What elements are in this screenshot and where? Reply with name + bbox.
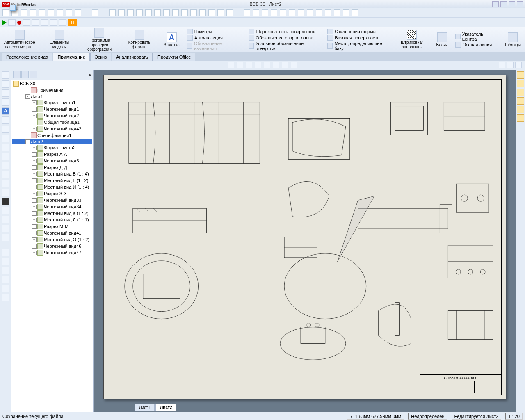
- select-icon[interactable]: [57, 9, 63, 16]
- view-icon[interactable]: [282, 62, 288, 68]
- tool-icon[interactable]: [334, 9, 340, 16]
- macro-tool-icon[interactable]: [32, 19, 39, 26]
- new-file-icon[interactable]: [2, 9, 9, 16]
- tool-icon[interactable]: [226, 9, 233, 16]
- taskpane-appearance-icon[interactable]: [517, 106, 524, 113]
- pan-icon[interactable]: [255, 62, 261, 68]
- tool-icon[interactable]: [289, 9, 295, 16]
- zoom-area-icon[interactable]: [237, 62, 243, 68]
- ribbon-model-items-button[interactable]: Элементы модели: [43, 29, 77, 50]
- tool-icon[interactable]: [2, 267, 9, 274]
- tool-icon[interactable]: [190, 9, 197, 16]
- tool-icon[interactable]: [2, 225, 9, 232]
- tab-примечание[interactable]: Примечание: [53, 53, 89, 61]
- macro-tool-icon[interactable]: [50, 19, 57, 26]
- ribbon-datum-target-button[interactable]: Место, определяющее базу: [327, 41, 389, 51]
- doc-close-icon[interactable]: [515, 62, 522, 68]
- tool-icon[interactable]: [163, 9, 170, 16]
- pause-macro-icon[interactable]: [8, 19, 16, 26]
- tree-item[interactable]: +Чертежный вид33: [12, 197, 92, 203]
- tree-item[interactable]: +Чертежный вид47: [12, 249, 92, 256]
- tree-item[interactable]: +Чертежный вид2: [12, 112, 92, 119]
- save-icon[interactable]: [21, 9, 27, 16]
- tt-button[interactable]: TT: [68, 19, 77, 26]
- tree-item[interactable]: +Чертежный вид5: [12, 158, 92, 164]
- ribbon-surface-finish-button[interactable]: Шероховатость поверхности: [249, 29, 322, 34]
- ribbon-centermark-button[interactable]: Указатель центра: [455, 32, 497, 41]
- tree-item[interactable]: +Разрез А-А: [12, 151, 92, 158]
- tree-item[interactable]: -Лист1: [12, 94, 92, 99]
- tree-item[interactable]: Общая таблица1: [12, 119, 92, 126]
- tool-icon[interactable]: [118, 9, 125, 16]
- close-button[interactable]: [517, 1, 523, 7]
- hatch-tool-icon[interactable]: [2, 198, 9, 205]
- tree-item[interactable]: +Чертежный вид41: [12, 230, 92, 236]
- tool-icon[interactable]: [181, 9, 188, 16]
- tree-item[interactable]: +Разрез Д-Д: [12, 164, 92, 171]
- tool-icon[interactable]: [208, 9, 215, 16]
- tool-icon[interactable]: [136, 9, 143, 16]
- options-icon[interactable]: [75, 9, 81, 16]
- record-macro-icon[interactable]: [17, 21, 21, 25]
- tool-icon[interactable]: [2, 153, 9, 160]
- tree-item[interactable]: +Разрез М-М: [12, 223, 92, 230]
- tree-item[interactable]: +Местный вид Г (1 : 2): [12, 177, 92, 184]
- ribbon-auto-dimension-button[interactable]: Автоматическое нанесение ра...: [2, 29, 37, 50]
- taskpane-custom-icon[interactable]: [517, 114, 524, 122]
- tree-item[interactable]: +Местный вид К (1 : 2): [12, 210, 92, 217]
- tool-icon[interactable]: [271, 9, 277, 16]
- view-icon[interactable]: [291, 62, 297, 68]
- ribbon-hatch-button[interactable]: Штриховка/заполнить: [395, 29, 429, 50]
- tree-item[interactable]: +Разрез З-З: [12, 190, 92, 197]
- play-macro-icon[interactable]: [2, 20, 7, 25]
- view-icon[interactable]: [273, 62, 279, 68]
- redo-icon[interactable]: [48, 9, 54, 16]
- tool-icon[interactable]: [172, 9, 179, 16]
- tree-item[interactable]: -Лист2: [12, 139, 92, 144]
- maximize-button[interactable]: [509, 1, 515, 7]
- minimize-button[interactable]: [500, 1, 507, 7]
- ribbon-centerline-button[interactable]: Осевая линия: [455, 42, 497, 48]
- tool-icon[interactable]: [244, 9, 250, 16]
- ribbon-blocks-button[interactable]: Блоки: [435, 32, 450, 48]
- tool-icon[interactable]: [262, 9, 268, 16]
- tree-item[interactable]: +Формат листа1: [12, 99, 92, 106]
- ribbon-note-button[interactable]: AЗаметка: [162, 32, 181, 48]
- tool-icon[interactable]: [325, 9, 331, 16]
- tab-анализировать[interactable]: Анализировать: [112, 53, 153, 61]
- tool-icon[interactable]: [280, 9, 286, 16]
- tool-icon[interactable]: [2, 249, 9, 256]
- text-tool-icon[interactable]: A: [2, 107, 9, 115]
- tool-icon[interactable]: [2, 144, 9, 151]
- ribbon-revision-button[interactable]: Обозначение изменения: [187, 41, 243, 51]
- tool-icon[interactable]: [352, 9, 358, 16]
- tool-icon[interactable]: [199, 9, 206, 16]
- ribbon-weld-symbol-button[interactable]: Обозначение сварного шва: [249, 35, 322, 41]
- tool-icon[interactable]: [2, 98, 9, 106]
- tool-icon[interactable]: [2, 116, 9, 124]
- drawing-canvas[interactable]: СПБК19.00.000.000 Лист1Лист2: [94, 70, 516, 412]
- tree-item[interactable]: Примечания: [12, 87, 92, 94]
- zoom-icon[interactable]: [246, 62, 252, 68]
- tool-icon[interactable]: [2, 171, 9, 178]
- tool-icon[interactable]: [2, 80, 9, 88]
- tool-icon[interactable]: [2, 234, 9, 241]
- tool-icon[interactable]: [343, 9, 349, 16]
- tool-icon[interactable]: [109, 9, 116, 16]
- tool-icon[interactable]: [298, 9, 304, 16]
- ribbon-datum-button[interactable]: Базовая поверхность: [327, 35, 389, 41]
- tool-icon[interactable]: [253, 9, 259, 16]
- tool-icon[interactable]: [2, 294, 9, 301]
- tab-продукты-office[interactable]: Продукты Office: [153, 53, 195, 61]
- config-manager-tab-icon[interactable]: [30, 71, 37, 78]
- tool-icon[interactable]: [307, 9, 313, 16]
- macro-tool-icon[interactable]: [59, 19, 66, 26]
- tool-icon[interactable]: [2, 126, 9, 133]
- tree-item[interactable]: +Местный вид И (1 : 4): [12, 184, 92, 190]
- property-manager-tab-icon[interactable]: [21, 71, 29, 78]
- tree-item[interactable]: +Чертежный вид34: [12, 203, 92, 210]
- tool-icon[interactable]: [2, 258, 9, 265]
- tool-icon[interactable]: [145, 9, 152, 16]
- tool-icon[interactable]: [2, 189, 9, 196]
- tree-item[interactable]: +Чертежный вид46: [12, 243, 92, 249]
